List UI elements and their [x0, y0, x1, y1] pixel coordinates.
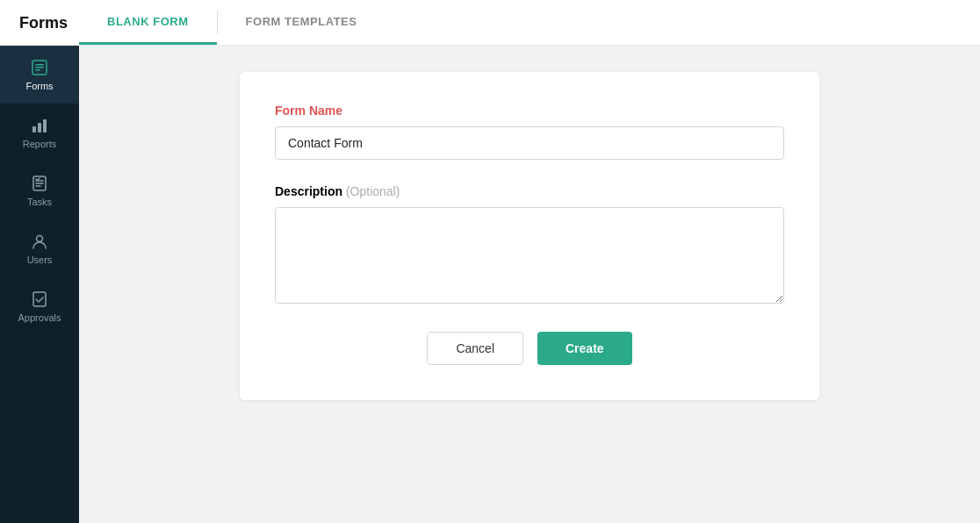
content-area: Form Name Description (Optional) Cancel … — [79, 46, 980, 523]
description-textarea[interactable] — [275, 207, 784, 304]
tab-blank-form[interactable]: BLANK FORM — [79, 0, 217, 45]
cancel-button[interactable]: Cancel — [427, 332, 523, 365]
sidebar-item-tasks[interactable]: Tasks — [0, 161, 79, 219]
sidebar-item-reports-label: Reports — [23, 139, 57, 149]
approvals-icon — [30, 290, 49, 309]
app-name: Forms — [19, 14, 68, 32]
users-icon — [30, 232, 49, 251]
sidebar-item-approvals[interactable]: Approvals — [0, 277, 79, 335]
tasks-icon — [30, 174, 49, 193]
svg-rect-11 — [43, 119, 47, 133]
form-name-group: Form Name — [275, 104, 784, 160]
svg-rect-6 — [35, 64, 44, 66]
sidebar-item-tasks-label: Tasks — [27, 197, 52, 207]
svg-rect-14 — [33, 292, 46, 306]
form-name-label: Form Name — [275, 104, 784, 118]
reports-icon — [30, 116, 49, 135]
sidebar-item-users[interactable]: Users — [0, 219, 79, 277]
main-area: BLANK FORM FORM TEMPLATES Form Name Desc… — [79, 0, 980, 523]
description-label: Description (Optional) — [275, 184, 784, 198]
sidebar-item-forms[interactable]: Forms — [0, 46, 79, 104]
description-group: Description (Optional) — [275, 184, 784, 307]
form-actions: Cancel Create — [275, 332, 784, 365]
svg-rect-9 — [32, 126, 36, 133]
sidebar: Forms Forms Reports Tasks — [0, 0, 79, 523]
tab-form-templates[interactable]: FORM TEMPLATES — [218, 0, 386, 45]
topnav: BLANK FORM FORM TEMPLATES — [79, 0, 980, 46]
svg-rect-8 — [35, 69, 40, 71]
sidebar-item-reports[interactable]: Reports — [0, 104, 79, 161]
sidebar-item-users-label: Users — [27, 254, 53, 265]
sidebar-item-forms-label: Forms — [25, 81, 53, 91]
app-logo: Forms — [0, 0, 79, 46]
form-name-input[interactable] — [275, 126, 784, 160]
svg-rect-10 — [38, 123, 41, 133]
svg-rect-7 — [35, 67, 44, 68]
sidebar-item-approvals-label: Approvals — [18, 312, 61, 323]
create-button[interactable]: Create — [537, 332, 632, 365]
forms-icon — [30, 58, 49, 77]
svg-point-13 — [37, 236, 43, 242]
description-optional-label: (Optional) — [346, 184, 400, 198]
form-card: Form Name Description (Optional) Cancel … — [240, 72, 819, 400]
